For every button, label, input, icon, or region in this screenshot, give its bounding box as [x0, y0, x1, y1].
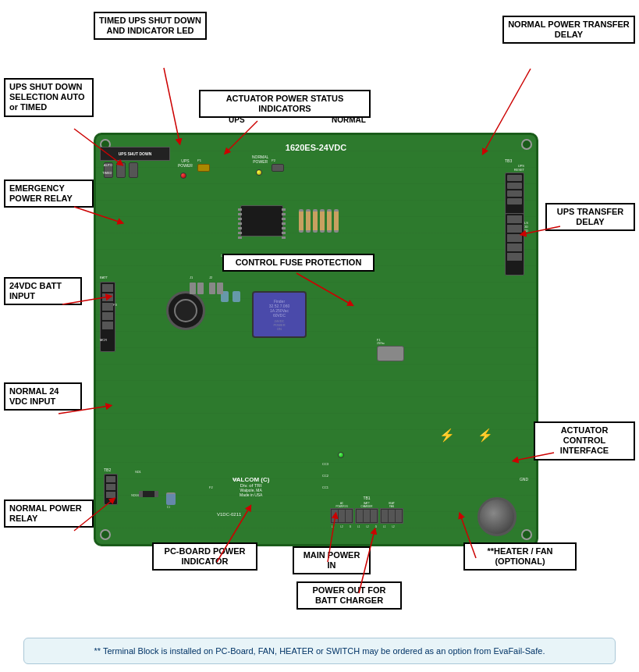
control-fuse-label: CONTROL FUSE PROTECTION	[222, 254, 375, 272]
main-power-label: MAIN POWER IN	[293, 546, 371, 574]
part-label: V1DC-0211	[217, 512, 241, 517]
emergency-relay-label: EMERGENCY POWER RELAY	[4, 180, 94, 208]
ups-shutdown-label: UPS SHUT DOWN SELECTION AUTO or TIMED	[4, 78, 94, 117]
normal-power-transfer-label: NORMAL POWER TRANSFER DELAY	[502, 16, 635, 44]
heater-fan-label: **HEATER / FAN (OPTIONAL)	[463, 542, 577, 571]
normal-sublabel: NORMAL	[332, 116, 366, 125]
normal-24vdc-label: NORMAL 24 VDC INPUT	[4, 382, 82, 411]
actuator-power-label: ACTUATOR POWER STATUS INDICATORS	[199, 90, 371, 118]
timed-ups-label: TIMED UPS SHUT DOWN AND INDICATOR LED	[94, 12, 207, 40]
normal-power-relay-label: NORMAL POWER RELAY	[4, 500, 94, 528]
main-container: 1620ES-24VDC UPS SHUT DOWN AUTO TIMED UP…	[0, 0, 639, 672]
power-out-batt-label: POWER OUT FOR BATT CHARGER	[296, 581, 402, 610]
svg-line-1	[164, 68, 179, 142]
batt-24vdc-label: 24VDC BATT INPUT	[4, 277, 82, 305]
pcb-board: 1620ES-24VDC UPS SHUT DOWN AUTO TIMED UP…	[94, 133, 538, 546]
main-relay: Finder32.52.7.0601A 250Vac60VDC 24VDCPOW…	[252, 291, 307, 338]
board-model-label: 1620ES-24VDC	[286, 143, 346, 152]
manufacturer-label: VALCOM (C)	[233, 476, 269, 483]
pc-board-indicator-label: PC-BOARD POWER INDICATOR	[152, 542, 257, 571]
origin-label: Made in USA	[233, 492, 269, 497]
actuator-control-label: ACTUATOR CONTROL INTERFACE	[534, 421, 635, 460]
note-box: ** Terminal Block is installed on PC-Boa…	[23, 638, 616, 664]
ups-sublabel: UPS	[229, 116, 245, 125]
ups-transfer-label: UPS TRANSFER DELAY	[545, 203, 635, 231]
note-text: ** Terminal Block is installed on PC-Boa…	[94, 646, 545, 656]
